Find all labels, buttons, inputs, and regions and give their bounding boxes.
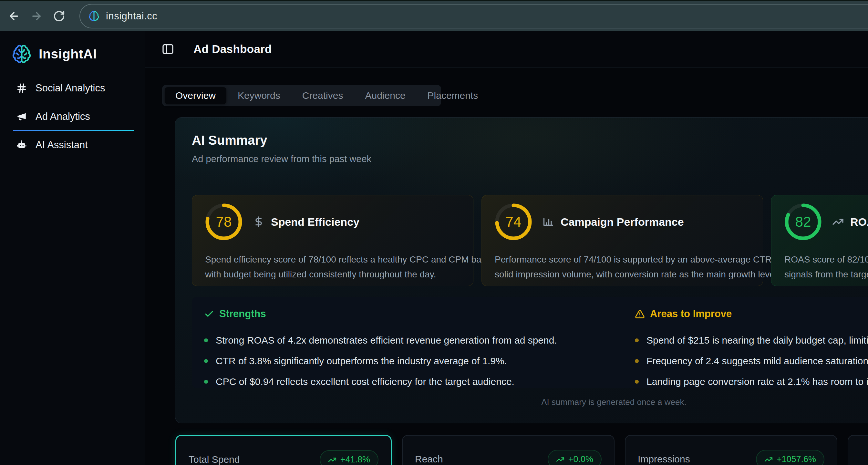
panel-left-icon [161, 42, 175, 56]
score-card-title: Campaign Performance [561, 216, 684, 228]
change-badge: +0.0% [548, 450, 601, 465]
list-item: CPC of $0.94 reflects excellent cost eff… [204, 371, 557, 392]
tab-audience[interactable]: Audience [354, 87, 416, 104]
list-item: Strong ROAS of 4.2x demonstrates efficie… [204, 330, 557, 351]
bullet-dot [204, 338, 208, 342]
metric-label: Total Spend [189, 454, 240, 465]
score-card-body: Spend efficiency score of 78/100 reflect… [205, 252, 505, 282]
dashboard-tabbar: Overview Keywords Creatives Audience Pla… [162, 85, 441, 106]
strengths-list: Strong ROAS of 4.2x demonstrates efficie… [204, 330, 557, 392]
score-card-roas: 82 ROAS ROAS score of 82/100 is driven b… [771, 195, 868, 286]
tab-overview[interactable]: Overview [165, 87, 226, 104]
brain-logo-icon [11, 44, 32, 64]
improvements-section: Areas to Improve Spend of $215 is nearin… [635, 307, 868, 392]
improvements-header: Areas to Improve [635, 307, 868, 321]
metric-label: Reach [415, 454, 443, 465]
dollar-icon [253, 216, 265, 228]
score-card-header: Campaign Performance [542, 195, 684, 248]
sidebar-menu: Social Analytics Ad Analytics AI Assista… [0, 74, 145, 159]
metric-label: Impressions [638, 454, 690, 465]
trending-up-icon [764, 455, 773, 464]
score-value: 78 [204, 202, 244, 242]
sidebar-item-label: AI Assistant [35, 139, 88, 151]
arrow-right-icon [30, 10, 42, 22]
app-screen: insightai.cc InsightAI Social Analytics … [0, 0, 868, 465]
bullet-dot [635, 380, 639, 383]
score-card-header: Spend Efficiency [253, 195, 360, 248]
bullet-dot [204, 359, 208, 363]
bot-icon [16, 140, 27, 151]
page-title: Ad Dashboard [193, 42, 272, 56]
header-divider [185, 39, 185, 59]
bullet-dot [635, 359, 639, 363]
main-content: Overview Keywords Creatives Audience Pla… [145, 67, 868, 465]
score-card-body: Performance score of 74/100 is supported… [495, 252, 789, 282]
list-item: Frequency of 2.4 suggests mild audience … [635, 351, 868, 371]
score-card-spend-efficiency: 78 Spend Efficiency Spend efficiency sco… [192, 195, 473, 286]
browser-forward-button[interactable] [25, 5, 48, 27]
bullet-dot [635, 338, 639, 342]
browser-toolbar: insightai.cc [0, 0, 868, 31]
sidebar-item-label: Ad Analytics [35, 111, 90, 122]
improvements-list: Spend of $215 is nearing the daily budge… [635, 330, 868, 392]
browser-back-button[interactable] [3, 5, 25, 27]
change-badge: +41.8% [320, 450, 378, 465]
hash-icon [16, 83, 27, 94]
strengths-header: Strengths [204, 307, 557, 321]
score-card-header: ROAS [832, 195, 868, 248]
url-text: insightai.cc [106, 10, 157, 22]
reload-icon [53, 10, 65, 22]
score-card-title: Spend Efficiency [271, 216, 360, 228]
tab-keywords[interactable]: Keywords [227, 87, 291, 104]
tab-creatives[interactable]: Creatives [291, 87, 354, 104]
score-value: 74 [493, 202, 533, 242]
site-favicon-brain-icon [89, 11, 99, 22]
check-icon [204, 309, 214, 319]
sidebar: InsightAI Social Analytics Ad Analytics … [0, 31, 145, 465]
alert-triangle-icon [635, 309, 645, 319]
list-item: Spend of $215 is nearing the daily budge… [635, 330, 868, 351]
score-gauge: 82 [783, 202, 823, 242]
ai-summary-panel: AI Summary Ad performance review from th… [175, 117, 868, 423]
sidebar-item-ai-assistant[interactable]: AI Assistant [0, 131, 145, 159]
tab-placements[interactable]: Placements [417, 87, 489, 104]
metric-cards-row: Total Spend +41.8% Reach +0.0% Impressio… [175, 435, 868, 465]
score-card-title: ROAS [850, 216, 868, 228]
bullet-dot [204, 380, 208, 383]
ai-summary-title: AI Summary [192, 133, 267, 148]
score-value: 82 [783, 202, 823, 242]
metric-card-reach[interactable]: Reach +0.0% [402, 435, 615, 465]
ai-summary-subtitle: Ad performance review from this past wee… [192, 154, 371, 164]
metric-card-partial[interactable] [848, 435, 868, 465]
list-item: CTR of 3.8% significantly outperforms th… [204, 351, 557, 371]
brand-logo: InsightAI [0, 31, 145, 68]
list-item: Landing page conversion rate at 2.1% has… [635, 371, 868, 392]
score-card-body: ROAS score of 82/100 is driven by strong… [784, 252, 868, 282]
trending-up-icon [556, 455, 564, 464]
megaphone-icon [16, 111, 27, 122]
address-bar[interactable]: insightai.cc [80, 4, 868, 28]
score-cards-row: 78 Spend Efficiency Spend efficiency sco… [192, 195, 868, 286]
score-gauge: 78 [204, 202, 244, 242]
sidebar-item-label: Social Analytics [35, 82, 105, 94]
score-card-campaign-performance: 74 Campaign Performance Performance scor… [482, 195, 763, 286]
arrow-left-icon [8, 10, 20, 22]
browser-reload-button[interactable] [48, 5, 70, 27]
ai-summary-footnote: AI summary is generated once a week. [175, 397, 868, 407]
trending-up-icon [832, 216, 844, 228]
change-badge: +1057.6% [756, 450, 825, 465]
strengths-section: Strengths Strong ROAS of 4.2x demonstrat… [204, 307, 557, 392]
insights-panel: Strengths Strong ROAS of 4.2x demonstrat… [192, 297, 868, 388]
brand-name: InsightAI [39, 46, 97, 62]
strengths-title: Strengths [219, 308, 266, 320]
sidebar-item-ad-analytics[interactable]: Ad Analytics [0, 102, 145, 131]
trending-up-icon [328, 456, 337, 464]
improvements-title: Areas to Improve [650, 308, 732, 320]
page-header: Ad Dashboard [145, 31, 868, 67]
metric-card-impressions[interactable]: Impressions +1057.6% [625, 435, 837, 465]
sidebar-item-social-analytics[interactable]: Social Analytics [0, 74, 145, 102]
score-gauge: 74 [493, 202, 533, 242]
sidebar-toggle-button[interactable] [158, 39, 178, 59]
metric-card-total-spend[interactable]: Total Spend +41.8% [175, 435, 392, 465]
bar-chart-icon [542, 216, 554, 228]
